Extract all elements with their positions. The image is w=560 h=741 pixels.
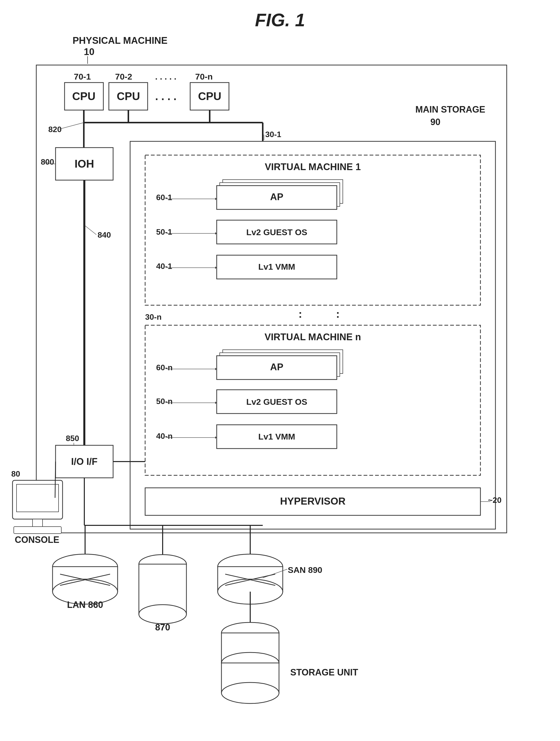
svg-line-27 bbox=[263, 569, 287, 578]
san-disk-top bbox=[218, 554, 283, 579]
storage-unit-bottom bbox=[222, 682, 279, 703]
lv2-osn-label: Lv2 GUEST OS bbox=[246, 397, 307, 407]
cpu-label-n: CPU bbox=[198, 90, 222, 102]
lan-label: LAN 860 bbox=[67, 600, 103, 610]
vm1-title: VIRTUAL MACHINE 1 bbox=[265, 161, 361, 172]
label-820: 820 bbox=[48, 125, 62, 134]
svg-line-5 bbox=[59, 123, 84, 129]
svg-marker-23 bbox=[215, 436, 217, 439]
vm1-box bbox=[145, 155, 481, 305]
lv1-vmmn-box bbox=[217, 425, 337, 449]
right-main-box bbox=[130, 141, 495, 529]
cpu-box-n bbox=[190, 82, 229, 110]
cpu-box-1 bbox=[65, 82, 103, 110]
main-storage-label: MAIN STORAGE bbox=[415, 104, 485, 115]
label-30-1: 30-1 bbox=[265, 130, 281, 139]
storage870-top bbox=[139, 555, 186, 574]
apn-box bbox=[217, 356, 337, 380]
san-disk-bottom bbox=[218, 579, 283, 604]
vmn-box bbox=[145, 325, 481, 475]
hypervisor-label: HYPERVISOR bbox=[280, 495, 346, 507]
apn-shadow1 bbox=[220, 353, 340, 377]
hypervisor-box bbox=[145, 488, 481, 515]
storage-unit-top1 bbox=[222, 622, 279, 644]
lv2-os1-label: Lv2 GUEST OS bbox=[246, 227, 307, 237]
label-50-1: 50-1 bbox=[156, 227, 172, 237]
console-monitor-body bbox=[12, 480, 63, 519]
io-if-label: I/O I/F bbox=[71, 456, 98, 467]
label-850: 850 bbox=[66, 434, 79, 443]
apn-label: AP bbox=[270, 362, 284, 372]
storage870-body bbox=[139, 564, 186, 614]
physical-machine-number: 10 bbox=[84, 47, 94, 57]
label-40-1: 40-1 bbox=[156, 262, 172, 271]
console-base bbox=[25, 527, 50, 530]
label-50-n: 50-n bbox=[156, 397, 173, 406]
storage-unit-body2 bbox=[222, 663, 279, 693]
ap1-label: AP bbox=[270, 192, 284, 202]
label-40-n: 40-n bbox=[156, 431, 173, 441]
cpu-middle-dots: . . . . bbox=[155, 90, 177, 102]
cpu-id-1: 70-1 bbox=[74, 72, 91, 81]
console-screen bbox=[16, 484, 59, 512]
lv1-vmm1-box bbox=[217, 255, 337, 279]
cpu-label-1: CPU bbox=[72, 90, 96, 102]
label-80: 80 bbox=[11, 469, 20, 478]
ioh-label: IOH bbox=[75, 157, 94, 170]
lan-disk-bottom bbox=[53, 579, 118, 604]
lan-disk-body bbox=[53, 566, 118, 592]
svg-marker-21 bbox=[215, 402, 217, 404]
physical-machine-label: PHYSICAL MACHINE bbox=[73, 35, 168, 46]
storage-unit-mid bbox=[222, 653, 279, 673]
console-to-io-line bbox=[55, 462, 56, 498]
console-stand bbox=[33, 519, 43, 527]
label-840: 840 bbox=[98, 230, 111, 240]
console-label: CONSOLE bbox=[15, 535, 59, 545]
label-20: ~20 bbox=[488, 495, 501, 504]
san-label: SAN 890 bbox=[288, 565, 322, 575]
storage870-bottom bbox=[139, 605, 186, 624]
lv1-vmmn-label: Lv1 VMM bbox=[258, 432, 295, 441]
ap1-shadow2 bbox=[223, 180, 343, 203]
cpu-label-2: CPU bbox=[117, 90, 140, 102]
cpu-id-2: 70-2 bbox=[115, 72, 132, 81]
vm-vertical-dots2: : bbox=[336, 308, 340, 320]
label-800: 800 bbox=[41, 157, 54, 166]
cpu-id-n: 70-n bbox=[195, 72, 213, 81]
console-keyboard bbox=[14, 527, 61, 534]
io-if-box bbox=[56, 445, 113, 478]
cpu-box-2 bbox=[109, 82, 148, 110]
label-60-1: 60-1 bbox=[156, 193, 172, 202]
apn-shadow2 bbox=[223, 350, 343, 374]
page-title: FIG. 1 bbox=[255, 10, 305, 30]
svg-marker-13 bbox=[215, 198, 217, 200]
lan-x-2 bbox=[60, 574, 110, 585]
san-x-1 bbox=[225, 574, 275, 585]
storage-unit-body1 bbox=[222, 633, 279, 663]
san-x-2 bbox=[225, 574, 275, 585]
svg-marker-19 bbox=[215, 368, 217, 370]
ap1-box bbox=[217, 186, 337, 209]
lan-x-1 bbox=[60, 574, 110, 585]
svg-line-8 bbox=[44, 161, 50, 164]
label-60-n: 60-n bbox=[156, 363, 173, 372]
ioh-box bbox=[56, 148, 113, 180]
svg-line-25 bbox=[84, 225, 96, 234]
svg-marker-17 bbox=[215, 266, 217, 269]
lv2-os1-box bbox=[217, 220, 337, 244]
label-30-n: 30-n bbox=[145, 313, 162, 322]
cpu-dots-top: . . . . . bbox=[155, 72, 176, 81]
main-storage-number: 90 bbox=[430, 117, 440, 127]
physical-machine-box bbox=[36, 65, 507, 533]
lan-disk-top bbox=[53, 554, 118, 579]
lv1-vmm1-label: Lv1 VMM bbox=[258, 262, 295, 271]
storage-unit-label: STORAGE UNIT bbox=[290, 667, 358, 677]
svg-marker-15 bbox=[215, 232, 217, 234]
storage870-label: 870 bbox=[155, 622, 170, 632]
vm-vertical-dots1: : bbox=[299, 308, 302, 320]
san-disk-body bbox=[218, 566, 283, 592]
ap1-shadow1 bbox=[220, 183, 340, 206]
lv2-osn-box bbox=[217, 390, 337, 413]
vmn-title: VIRTUAL MACHINE n bbox=[264, 332, 361, 342]
